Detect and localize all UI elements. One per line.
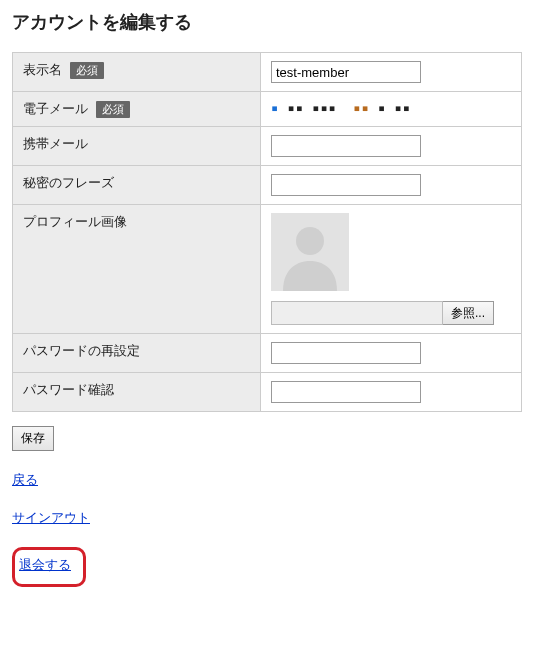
- label-mobile-email: 携帯メール: [13, 127, 261, 166]
- cell-email: ▪ ▪▪ ▪▪▪ ▪▪ ▪ ▪▪: [261, 92, 522, 127]
- email-value-masked: ▪ ▪▪ ▪▪▪ ▪▪ ▪ ▪▪: [271, 101, 411, 115]
- cell-profile-image: 参照...: [261, 205, 522, 334]
- withdraw-highlight: 退会する: [12, 547, 86, 587]
- withdraw-link[interactable]: 退会する: [19, 557, 71, 572]
- label-secret-phrase: 秘密のフレーズ: [13, 166, 261, 205]
- save-button[interactable]: 保存: [12, 426, 54, 451]
- label-text-email: 電子メール: [23, 101, 88, 116]
- label-text-display-name: 表示名: [23, 62, 62, 77]
- page-title: アカウントを編集する: [12, 10, 523, 34]
- cell-secret-phrase: [261, 166, 522, 205]
- cell-mobile-email: [261, 127, 522, 166]
- back-link[interactable]: 戻る: [12, 472, 38, 487]
- required-badge: 必須: [96, 101, 130, 118]
- label-display-name: 表示名 必須: [13, 53, 261, 92]
- label-password-reset: パスワードの再設定: [13, 334, 261, 373]
- label-profile-image: プロフィール画像: [13, 205, 261, 334]
- cell-password-reset: [261, 334, 522, 373]
- browse-button[interactable]: 参照...: [443, 301, 494, 325]
- cell-password-confirm: [261, 373, 522, 412]
- avatar-icon: [271, 213, 349, 291]
- label-password-confirm: パスワード確認: [13, 373, 261, 412]
- svg-point-1: [296, 227, 324, 255]
- required-badge: 必須: [70, 62, 104, 79]
- cell-display-name: [261, 53, 522, 92]
- account-form-table: 表示名 必須 電子メール 必須 ▪ ▪▪ ▪▪▪ ▪▪ ▪ ▪▪ 携帯メール 秘…: [12, 52, 522, 412]
- signout-link-block: サインアウト: [12, 509, 523, 527]
- password-reset-input[interactable]: [271, 342, 421, 364]
- back-link-block: 戻る: [12, 471, 523, 489]
- file-picker-row: 参照...: [271, 301, 511, 325]
- secret-phrase-input[interactable]: [271, 174, 421, 196]
- label-email: 電子メール 必須: [13, 92, 261, 127]
- file-path-display[interactable]: [271, 301, 443, 325]
- signout-link[interactable]: サインアウト: [12, 510, 90, 525]
- password-confirm-input[interactable]: [271, 381, 421, 403]
- avatar-placeholder: [271, 213, 349, 291]
- mobile-email-input[interactable]: [271, 135, 421, 157]
- display-name-input[interactable]: [271, 61, 421, 83]
- withdraw-link-block: 退会する: [12, 547, 523, 587]
